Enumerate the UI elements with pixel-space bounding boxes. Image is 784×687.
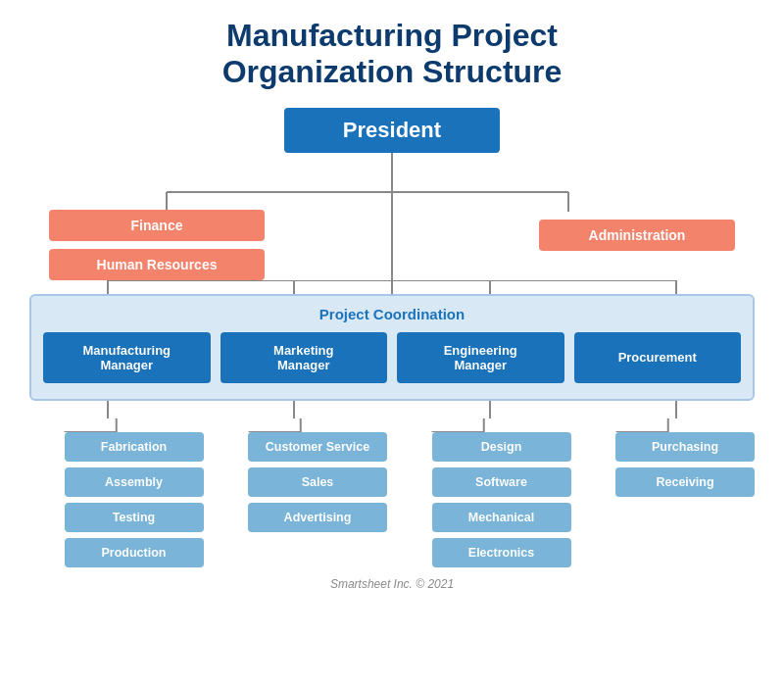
sales-box: Sales <box>248 467 387 497</box>
engineering-sub-col: Design Software Mechanical Electronics <box>397 418 571 567</box>
manufacturing-manager-box: ManufacturingManager <box>43 332 211 383</box>
assembly-box: Assembly <box>65 467 204 497</box>
procurement-sub-col: Purchasing Receiving <box>581 418 756 567</box>
design-box: Design <box>432 432 571 462</box>
purchasing-box: Purchasing <box>615 432 755 462</box>
project-coordination-section: Project Coordination ManufacturingManage… <box>29 294 755 401</box>
marketing-manager-box: MarketingManager <box>220 332 388 383</box>
footer: Smartsheet Inc. © 2021 <box>20 577 764 591</box>
procurement-box: Procurement <box>574 332 742 383</box>
software-box: Software <box>432 467 571 497</box>
administration-box: Administration <box>539 220 735 251</box>
engineering-manager-box: EngineeringManager <box>397 332 564 383</box>
customer-service-box: Customer Service <box>248 432 387 462</box>
testing-box: Testing <box>65 503 204 532</box>
president-box: President <box>284 108 500 153</box>
receiving-box: Receiving <box>615 467 755 497</box>
electronics-box: Electronics <box>432 538 571 567</box>
human-resources-box: Human Resources <box>49 249 265 280</box>
finance-box: Finance <box>49 210 265 241</box>
managers-row: ManufacturingManager MarketingManager En… <box>43 332 741 383</box>
manufacturing-sub-col: Fabrication Assembly Testing Production <box>29 418 204 567</box>
marketing-sub-col: Customer Service Sales Advertising <box>214 418 388 567</box>
production-box: Production <box>65 538 204 567</box>
fabrication-box: Fabrication <box>65 432 204 462</box>
page-title: Manufacturing Project Organization Struc… <box>20 18 764 90</box>
sub-section: Fabrication Assembly Testing Production … <box>29 418 755 567</box>
advertising-box: Advertising <box>248 503 387 532</box>
project-coordination-label: Project Coordination <box>43 306 741 322</box>
mechanical-box: Mechanical <box>432 503 571 532</box>
